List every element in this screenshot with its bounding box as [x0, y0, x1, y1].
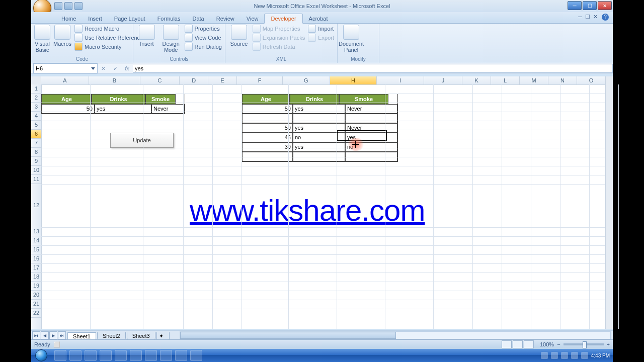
- taskbar-item[interactable]: [175, 350, 187, 361]
- table-cell[interactable]: [345, 114, 397, 123]
- worksheet-grid[interactable]: ABCDEFGHIJKLMNO 123456789101112131415161…: [31, 76, 613, 329]
- taskbar-item[interactable]: [190, 350, 202, 361]
- taskbar-item[interactable]: [54, 350, 66, 361]
- column-header[interactable]: D: [180, 76, 208, 84]
- table-cell[interactable]: 50: [242, 123, 293, 133]
- fx-icon[interactable]: fx: [125, 65, 129, 71]
- sheet-nav-next-icon[interactable]: ▶: [49, 331, 57, 339]
- column-header[interactable]: G: [283, 76, 330, 84]
- sheet-nav-prev-icon[interactable]: ◀: [41, 331, 49, 339]
- row-header[interactable]: 15: [31, 245, 41, 254]
- help-icon[interactable]: ?: [602, 14, 609, 21]
- start-button[interactable]: [31, 349, 51, 362]
- tray-icon[interactable]: [581, 352, 588, 359]
- column-header[interactable]: H: [330, 76, 377, 84]
- document-panel-button[interactable]: Document Panel: [341, 25, 362, 53]
- column-header[interactable]: E: [208, 76, 237, 84]
- enter-formula-icon[interactable]: ✓: [113, 65, 118, 72]
- tab-review[interactable]: Review: [210, 14, 240, 23]
- column-header[interactable]: B: [89, 76, 140, 84]
- table1-cell-smoke[interactable]: Never: [151, 104, 185, 114]
- tab-data[interactable]: Data: [186, 14, 210, 23]
- new-sheet-button[interactable]: ✦: [156, 332, 170, 340]
- row-header[interactable]: 6: [31, 130, 41, 139]
- insert-control-button[interactable]: Insert: [136, 25, 157, 47]
- run-dialog-button[interactable]: Run Dialog: [185, 43, 222, 51]
- redo-icon[interactable]: [74, 2, 83, 10]
- column-header[interactable]: I: [377, 76, 424, 84]
- row-header[interactable]: 3: [31, 103, 41, 112]
- properties-button[interactable]: Properties: [185, 25, 222, 33]
- table-cell[interactable]: yes: [293, 142, 345, 152]
- tab-page-layout[interactable]: Page Layout: [108, 14, 151, 23]
- workbook-minimize-icon[interactable]: ─: [578, 14, 582, 20]
- tab-developer[interactable]: Developer: [264, 14, 302, 24]
- row-header[interactable]: 8: [31, 148, 41, 157]
- zoom-slider[interactable]: [564, 343, 604, 345]
- tray-icon[interactable]: [541, 352, 548, 359]
- row-header[interactable]: 22: [31, 309, 41, 318]
- xml-source-button[interactable]: Source: [228, 25, 250, 47]
- row-header[interactable]: 20: [31, 291, 41, 300]
- taskbar-item[interactable]: [100, 350, 112, 361]
- name-box[interactable]: H6: [33, 63, 98, 73]
- clock[interactable]: 4:43 PM: [591, 353, 610, 358]
- tab-home[interactable]: Home: [55, 14, 82, 23]
- sheet-tab-3[interactable]: Sheet3: [127, 332, 155, 339]
- workbook-close-icon[interactable]: ✕: [593, 14, 598, 20]
- macros-button[interactable]: Macros: [53, 25, 71, 47]
- column-header[interactable]: F: [237, 76, 283, 84]
- workbook-restore-icon[interactable]: ☐: [585, 14, 590, 20]
- taskbar-item[interactable]: [115, 350, 127, 361]
- column-header[interactable]: C: [140, 76, 180, 84]
- tray-volume-icon[interactable]: [561, 352, 568, 359]
- tray-network-icon[interactable]: [571, 352, 578, 359]
- column-header[interactable]: N: [548, 76, 577, 84]
- row-header[interactable]: 13: [31, 227, 41, 236]
- select-all-button[interactable]: [31, 76, 42, 85]
- visual-basic-button[interactable]: Visual Basic: [34, 25, 50, 53]
- sheet-nav-first-icon[interactable]: ⏮: [32, 331, 40, 339]
- zoom-in-button[interactable]: +: [607, 341, 610, 347]
- minimize-button[interactable]: ─: [568, 1, 582, 10]
- row-header[interactable]: 10: [31, 166, 41, 175]
- page-break-view-button[interactable]: [524, 340, 534, 348]
- row-header[interactable]: 21: [31, 300, 41, 309]
- hyperlink-cell[interactable]: www.tikshare.com: [190, 193, 425, 228]
- taskbar-item[interactable]: [145, 350, 157, 361]
- table-cell[interactable]: 30: [242, 142, 293, 152]
- row-header[interactable]: 9: [31, 157, 41, 166]
- close-button[interactable]: ✕: [598, 1, 612, 10]
- row-header[interactable]: 1: [31, 84, 41, 94]
- row-header[interactable]: 4: [31, 112, 41, 121]
- import-button[interactable]: Import: [308, 25, 334, 33]
- row-header[interactable]: 12: [31, 184, 41, 227]
- table-cell[interactable]: Never: [345, 104, 397, 114]
- table-cell[interactable]: [293, 114, 345, 123]
- table1-cell-age[interactable]: 50: [42, 104, 95, 114]
- sheet-tab-2[interactable]: Sheet2: [97, 332, 126, 339]
- taskbar-item[interactable]: [130, 350, 142, 361]
- row-header[interactable]: 11: [31, 175, 41, 184]
- horizontal-scrollbar[interactable]: [180, 331, 611, 339]
- row-header[interactable]: 5: [31, 121, 41, 130]
- table-cell[interactable]: 45: [242, 133, 293, 142]
- sheet-tab-1[interactable]: Sheet1: [67, 332, 96, 340]
- column-header[interactable]: J: [424, 76, 462, 84]
- column-header[interactable]: K: [462, 76, 491, 84]
- undo-icon[interactable]: [64, 2, 72, 10]
- save-icon[interactable]: [54, 2, 62, 10]
- cancel-formula-icon[interactable]: ✕: [101, 65, 106, 72]
- update-button[interactable]: Update: [110, 133, 174, 148]
- row-header[interactable]: 2: [31, 94, 41, 103]
- zoom-level[interactable]: 100%: [540, 341, 554, 347]
- tab-view[interactable]: View: [240, 14, 265, 23]
- view-code-button[interactable]: View Code: [185, 34, 222, 42]
- row-header[interactable]: 19: [31, 282, 41, 291]
- taskbar-item[interactable]: [160, 350, 172, 361]
- row-header[interactable]: 16: [31, 254, 41, 263]
- table-cell[interactable]: yes: [293, 104, 345, 114]
- tab-insert[interactable]: Insert: [82, 14, 108, 23]
- zoom-out-button[interactable]: −: [557, 341, 560, 347]
- row-header[interactable]: 7: [31, 139, 41, 148]
